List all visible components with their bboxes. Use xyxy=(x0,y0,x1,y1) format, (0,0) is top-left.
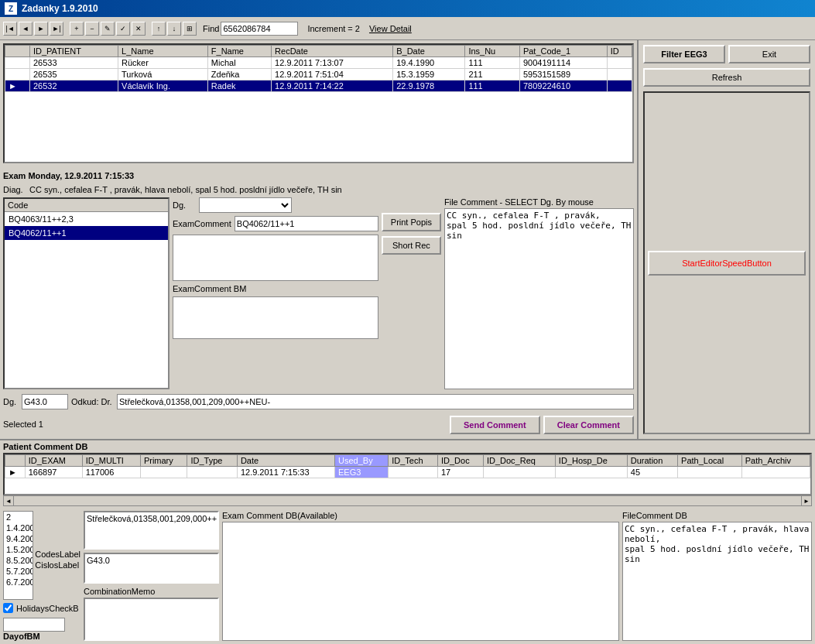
combination-memo[interactable] xyxy=(84,598,219,641)
list-item[interactable]: 6.7.2007 xyxy=(4,577,33,587)
exam-comment-db-panel: Exam Comment DB(Available) xyxy=(222,511,619,641)
col-id-type[interactable]: ID_Type xyxy=(187,455,238,467)
cell-fname: Zdeňka xyxy=(207,69,271,80)
cell-primary xyxy=(140,467,187,478)
view-detail-label[interactable]: View Detail xyxy=(369,24,412,33)
horizontal-scrollbar[interactable] xyxy=(14,495,801,506)
col-bdate[interactable]: B_Date xyxy=(393,46,465,57)
col-lname[interactable]: L_Name xyxy=(118,46,208,57)
col-id-hosp[interactable]: ID_Hosp_De xyxy=(555,455,627,467)
comment-table: ID_EXAM ID_MULTI Primary ID_Type Date Us… xyxy=(5,454,810,478)
list-item[interactable]: 1.5.2007 xyxy=(4,544,33,555)
cell-lname: Rücker xyxy=(118,57,208,69)
refresh-button[interactable]: Refresh xyxy=(643,68,810,87)
col-id-doc-req[interactable]: ID_Doc_Req xyxy=(483,455,555,467)
find-input[interactable]: 6562086784 xyxy=(221,22,298,36)
dg-bottom-input[interactable] xyxy=(22,394,68,409)
day-of-bm-area: DayofBM xyxy=(3,618,80,641)
col-path-local[interactable]: Path_Local xyxy=(678,455,742,467)
first-button[interactable]: |◄ xyxy=(3,22,17,36)
dates-list[interactable]: 2 1.4.2007 9.4.2007 1.5.2007 8.5.2007 5.… xyxy=(3,511,33,600)
table-row[interactable]: ► 26532 Václavík Ing. Radek 12.9.2011 7:… xyxy=(5,80,632,92)
dg-combo[interactable] xyxy=(199,197,292,213)
tb-btn-12[interactable]: ⊞ xyxy=(183,22,197,36)
start-editor-button[interactable]: StartEditorSpeedButton xyxy=(648,251,806,276)
prev-button[interactable]: ◄ xyxy=(19,22,33,36)
col-patcode[interactable]: Pat_Code_1 xyxy=(519,46,607,57)
col-duration[interactable]: Duration xyxy=(627,455,677,467)
filter-eeg3-button[interactable]: Filter EEG3 xyxy=(643,45,725,63)
exit-button[interactable]: Exit xyxy=(728,45,810,63)
comment-table-row[interactable]: ► 166897 117006 12.9.2011 7:15:33 EEG3 1… xyxy=(5,467,810,478)
exam-comment-bm-textarea[interactable] xyxy=(173,296,378,339)
table-row[interactable]: 26535 Turková Zdeňka 12.9.2011 7:51:04 1… xyxy=(5,69,632,80)
exam-comment-input[interactable] xyxy=(235,216,378,231)
col-date[interactable]: Date xyxy=(237,455,334,467)
file-comment-textarea[interactable]: CC syn., cefalea F-T , pravák, spal 5 ho… xyxy=(444,208,634,389)
code-item-selected[interactable]: BQ4062/11++1 xyxy=(5,226,168,240)
last-button[interactable]: ►| xyxy=(50,22,63,36)
odkud-label: Odkud: Dr. xyxy=(71,397,114,406)
list-item[interactable]: 5.7.2007 xyxy=(4,566,33,577)
col-path-archiv[interactable]: Path_Archiv xyxy=(741,455,810,467)
scroll-left-button[interactable]: ◄ xyxy=(3,495,14,506)
action-buttons: Send Comment Clear Comment xyxy=(450,416,634,434)
col-id-exam[interactable]: ID_EXAM xyxy=(25,455,82,467)
tb-btn-11[interactable]: ↓ xyxy=(167,22,181,36)
tb-btn-8[interactable]: ✓ xyxy=(116,22,130,36)
exam-comment-db-textarea[interactable] xyxy=(222,522,619,641)
col-id-doc[interactable]: ID_Doc xyxy=(437,455,483,467)
cell-ins: 111 xyxy=(465,80,520,92)
list-item[interactable]: 8.5.2007 xyxy=(4,555,33,566)
cell-path-local xyxy=(678,467,742,478)
exam-comment-row: ExamComment xyxy=(173,216,378,231)
short-rec-button[interactable]: Short Rec xyxy=(382,236,441,255)
list-item[interactable]: 2 xyxy=(4,512,33,522)
comment-db-table-area[interactable]: ID_EXAM ID_MULTI Primary ID_Type Date Us… xyxy=(3,453,812,495)
next-button[interactable]: ► xyxy=(34,22,48,36)
tb-btn-7[interactable]: ✎ xyxy=(101,22,115,36)
tb-btn-5[interactable]: + xyxy=(70,22,84,36)
patient-table-area[interactable]: ID_PATIENT L_Name F_Name RecDate B_Date … xyxy=(3,43,634,163)
tb-btn-9[interactable]: ✕ xyxy=(132,22,146,36)
send-comment-button[interactable]: Send Comment xyxy=(450,416,540,434)
code-list-body[interactable]: BQ4063/11++2,3 BQ4062/11++1 xyxy=(5,212,168,388)
day-of-bm-input[interactable] xyxy=(3,618,65,632)
file-comment-db-textarea[interactable]: CC syn., cefalea F-T , pravák, hlava neb… xyxy=(622,522,812,641)
title-bar: Z Zadanky 1.9.2010 xyxy=(0,0,815,17)
cell-recdate: 12.9.2011 7:51:04 xyxy=(272,69,393,80)
exam-comment-textarea[interactable] xyxy=(173,235,378,281)
col-primary[interactable]: Primary xyxy=(140,455,187,467)
dg-row: Dg. xyxy=(173,197,378,213)
col-ins[interactable]: Ins_Nu xyxy=(465,46,520,57)
print-popis-button[interactable]: Print Popis xyxy=(382,213,441,231)
holidays-label: HolidaysCheckB xyxy=(16,604,79,613)
cell-id-multi: 117006 xyxy=(82,467,140,478)
table-row[interactable]: 26533 Rücker Michal 12.9.2011 7:13:07 19… xyxy=(5,57,632,69)
col-recdate[interactable]: RecDate xyxy=(272,46,393,57)
tb-btn-10[interactable]: ↑ xyxy=(152,22,166,36)
bottom-section: Patient Comment DB ID_EXAM ID_MULTI Prim… xyxy=(0,439,815,644)
g-value[interactable]: G43.0 xyxy=(84,553,219,584)
list-item[interactable]: 9.4.2007 xyxy=(4,533,33,544)
file-comment-panel: File Comment - SELECT Dg. By mouse CC sy… xyxy=(444,197,634,389)
col-fname[interactable]: F_Name xyxy=(207,46,271,57)
odkud-input[interactable] xyxy=(117,394,634,409)
cell-bdate: 15.3.1959 xyxy=(393,69,465,80)
list-item[interactable]: 1.4.2007 xyxy=(4,522,33,533)
bottom-action-row: Selected 1 Send Comment Clear Comment xyxy=(3,413,634,436)
col-used-by[interactable]: Used_By xyxy=(335,455,389,467)
col-id-multi[interactable]: ID_MULTI xyxy=(82,455,140,467)
scroll-right-button[interactable]: ► xyxy=(801,495,812,506)
code-item[interactable]: BQ4063/11++2,3 xyxy=(5,212,168,226)
tb-btn-6[interactable]: − xyxy=(85,22,99,36)
diag-row: Diag. CC syn., cefalea F-T , pravák, hla… xyxy=(3,185,634,194)
col-id-patient[interactable]: ID_PATIENT xyxy=(29,46,118,57)
col-id-tech[interactable]: ID_Tech xyxy=(389,455,438,467)
holidays-checkbox[interactable] xyxy=(3,603,13,613)
main-container: |◄ ◄ ► ►| + − ✎ ✓ ✕ ↑ ↓ ⊞ Find 656208678… xyxy=(0,17,815,644)
col-id[interactable]: ID xyxy=(607,46,632,57)
exam-comment-bm-row: ExamComment BM xyxy=(173,284,378,293)
combo-input[interactable]: Střelečková,01358,001,209,000++ xyxy=(84,511,219,550)
clear-comment-button[interactable]: Clear Comment xyxy=(543,416,634,434)
